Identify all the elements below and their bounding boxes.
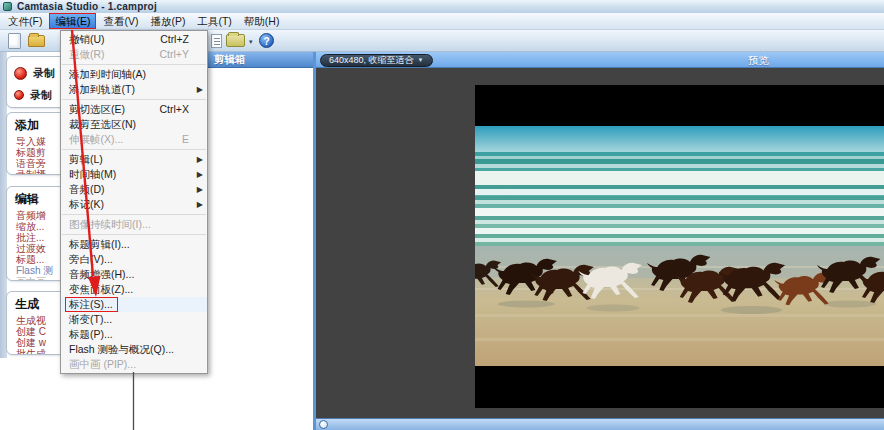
submenu-arrow-icon: ▶: [197, 82, 203, 97]
import-media-icon[interactable]: [226, 34, 245, 47]
chevron-down-icon: ▼: [418, 57, 424, 63]
preview-pane: 640x480, 收缩至适合 ▼ 预览: [313, 52, 884, 430]
video-image-horses-beach: [475, 126, 884, 366]
preview-title: 预览: [748, 54, 769, 68]
menu-item-transitions[interactable]: 渐变(T)...: [61, 312, 207, 327]
preview-scrub-bar[interactable]: [316, 418, 884, 430]
menu-item-zoom-panel[interactable]: 变焦面板(Z)...: [61, 282, 207, 297]
menu-item-add-to-timeline[interactable]: 添加到时间轴(A): [61, 67, 207, 82]
menu-item-undo[interactable]: 撤销(U) Ctrl+Z: [61, 32, 207, 47]
menu-item-title-clip[interactable]: 标题剪辑(I)...: [61, 237, 207, 252]
menu-item-crop-to-selection[interactable]: 裁剪至选区(N): [61, 117, 207, 132]
open-project-icon[interactable]: [28, 35, 45, 47]
menu-item-redo: 重做(R) Ctrl+Y: [61, 47, 207, 62]
menu-file[interactable]: 文件(F): [3, 13, 47, 29]
menu-separator: [62, 214, 206, 215]
menu-item-flash-quiz[interactable]: Flash 测验与概况(Q)...: [61, 342, 207, 357]
submenu-arrow-icon: ▶: [197, 167, 203, 182]
menu-view[interactable]: 查看(V): [98, 13, 143, 29]
record-icon: [14, 67, 27, 80]
menu-item-add-to-track[interactable]: 添加到轨道(T) ▶: [61, 82, 207, 97]
record-icon: [14, 90, 24, 100]
edit-menu-popup: 撤销(U) Ctrl+Z 重做(R) Ctrl+Y 添加到时间轴(A) 添加到轨…: [60, 30, 208, 374]
scrub-knob[interactable]: [319, 420, 328, 429]
preview-stage: [316, 68, 884, 418]
clip-bin-title: 剪辑箱: [200, 52, 313, 68]
toolbar-dropdown-caret-icon[interactable]: ▾: [249, 38, 253, 46]
window-title: Camtasia Studio - 1.camproj: [17, 1, 157, 12]
preview-size-dropdown[interactable]: 640x480, 收缩至适合 ▼: [320, 54, 433, 67]
new-project-icon[interactable]: [8, 33, 21, 49]
menu-separator: [62, 64, 206, 65]
menu-item-audio-enhance[interactable]: 音频增强(H)...: [61, 267, 207, 282]
menu-item-captions[interactable]: 标题(P)...: [61, 327, 207, 342]
menu-separator: [62, 149, 206, 150]
menu-bar: 文件(F) 编辑(E) 查看(V) 播放(P) 工具(T) 帮助(H): [0, 13, 884, 30]
app-icon: [3, 2, 12, 11]
menu-item-narration[interactable]: 旁白(V)...: [61, 252, 207, 267]
help-icon[interactable]: ?: [259, 33, 274, 48]
submenu-arrow-icon: ▶: [197, 152, 203, 167]
video-frame: [475, 85, 884, 408]
menu-item-image-duration: 图像持续时间(I)...: [61, 217, 207, 232]
menu-item-timeline[interactable]: 时间轴(M) ▶: [61, 167, 207, 182]
submenu-arrow-icon: ▶: [197, 182, 203, 197]
preview-header: 640x480, 收缩至适合 ▼ 预览: [316, 52, 884, 68]
menu-separator: [62, 234, 206, 235]
produce-icon[interactable]: [211, 34, 222, 48]
title-bar: Camtasia Studio - 1.camproj: [0, 0, 884, 13]
menu-item-clip[interactable]: 剪辑(L) ▶: [61, 152, 207, 167]
menu-separator: [62, 99, 206, 100]
submenu-arrow-icon: ▶: [197, 197, 203, 212]
menu-item-cut-selection[interactable]: 剪切选区(E) Ctrl+X: [61, 102, 207, 117]
menu-item-pip: 画中画 (PIP)...: [61, 357, 207, 372]
menu-item-markers[interactable]: 标记(K) ▶: [61, 197, 207, 212]
menu-tools[interactable]: 工具(T): [192, 13, 236, 29]
menu-help[interactable]: 帮助(H): [239, 13, 285, 29]
clip-bin-pane: 剪辑箱: [200, 52, 313, 430]
menu-item-extend-frame: 伸展帧(X)... E: [61, 132, 207, 147]
menu-edit[interactable]: 编辑(E): [49, 13, 96, 29]
menu-item-audio[interactable]: 音频(D) ▶: [61, 182, 207, 197]
menu-play[interactable]: 播放(P): [145, 13, 190, 29]
menu-item-callouts[interactable]: 标注(S)...: [61, 297, 207, 312]
